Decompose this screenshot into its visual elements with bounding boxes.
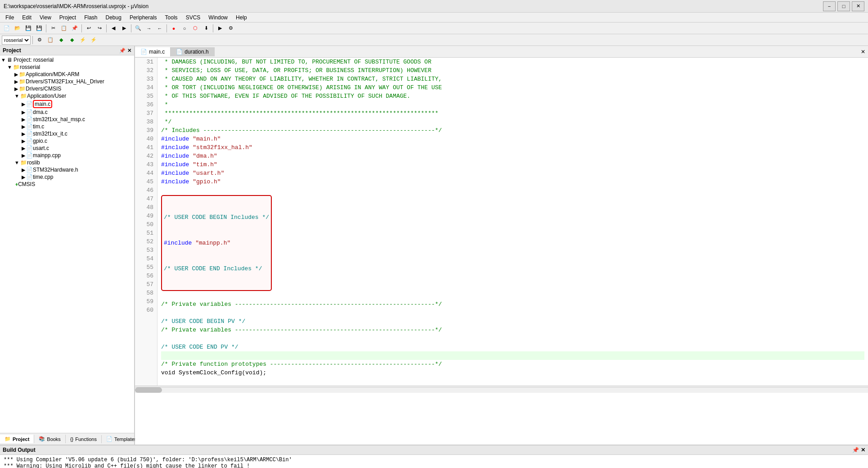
dock-icon[interactable]: 📌 (119, 48, 126, 54)
expand-icon: ▶ (22, 145, 25, 151)
line-numbers: 31 32 33 34 35 36 37 38 39 40 41 42 43 4… (135, 58, 157, 386)
indent-button[interactable]: → (144, 24, 154, 33)
tree-item-dmac[interactable]: ▶ 📄 dma.c (0, 109, 134, 116)
open-button[interactable]: 📂 (13, 24, 22, 33)
tree-item-app-user[interactable]: ▼ 📁 Application/User (0, 92, 134, 100)
menu-debug[interactable]: Debug (102, 14, 125, 22)
expand-icon: ▶ (14, 86, 18, 92)
tree-item-mainppcpp[interactable]: ▶ 📄 mainpp.cpp (0, 152, 134, 159)
tb2-btn3[interactable]: ⚡ (78, 36, 88, 45)
options-button[interactable]: ⚙ (226, 24, 236, 33)
project-panel-title: Project (3, 47, 21, 54)
code-line-55 (161, 334, 864, 343)
code-line-49: /* USER CODE END Includes */ (164, 264, 269, 273)
file-icon: 📄 (26, 109, 33, 115)
outdent-button[interactable]: ← (155, 24, 165, 33)
close-panel-icon[interactable]: ✕ (127, 48, 131, 54)
tree-item-project[interactable]: ▼ 🖥 Project: rosserial (0, 56, 134, 64)
stop-button[interactable]: ⬡ (190, 24, 200, 33)
rebuild-button[interactable]: ○ (180, 24, 189, 33)
line-num-54: 54 (139, 254, 153, 263)
redo-button[interactable]: ↪ (94, 24, 104, 33)
code-line-48: #include "mainpp.h" (164, 239, 269, 247)
tree-item-rosserial[interactable]: ▼ 📁 rosserial (0, 64, 134, 71)
nav-fwd-button[interactable]: ▶ (119, 24, 129, 33)
file-icon: 📄 (26, 101, 33, 107)
download-button[interactable]: ⬇ (201, 24, 211, 33)
copy-button[interactable]: 📋 (59, 24, 69, 33)
editor-hscrollbar[interactable] (135, 386, 868, 393)
undo-button[interactable]: ↩ (84, 24, 94, 33)
tree-item-drivers-stm32[interactable]: ▶ 📁 Drivers/STM32F1xx_HAL_Driver (0, 78, 134, 85)
menu-view[interactable]: View (36, 14, 55, 22)
menu-tools[interactable]: Tools (162, 14, 181, 22)
ptab-functions[interactable]: {} Functions (66, 435, 102, 443)
tree-item-app-mdk[interactable]: ▶ 📁 Application/MDK-ARM (0, 71, 134, 78)
save-all-button[interactable]: 💾 (34, 24, 44, 33)
line-num-38: 38 (139, 118, 153, 126)
file-icon: 📄 (26, 145, 33, 151)
menu-svcs[interactable]: SVCS (182, 14, 204, 22)
expand-icon: ▼ (7, 64, 12, 70)
tb2-btn2[interactable]: 📋 (45, 36, 55, 45)
separator2 (81, 24, 82, 32)
editor-tabs: 📄 main.c 📄 duration.h (135, 47, 215, 56)
tb2-btn1[interactable]: ⚙ (35, 36, 45, 45)
tb2-green2[interactable]: ◆ (67, 36, 77, 45)
tb2-btn4[interactable]: ⚡ (89, 36, 99, 45)
tb2-green1[interactable]: ◆ (56, 36, 66, 45)
code-line-31: * DAMAGES (INCLUDING, BUT NOT LIMITED TO… (161, 58, 864, 66)
tree-item-itc[interactable]: ▶ 📄 stm32f1xx_it.c (0, 130, 134, 137)
menu-window[interactable]: Window (205, 14, 231, 22)
tree-item-label: stm32f1xx_hal_msp.c (33, 116, 85, 123)
toolbar2: rosserial ⚙ 📋 ◆ ◆ ⚡ ⚡ (0, 34, 868, 46)
tree-item-gpioc[interactable]: ▶ 📄 gpio.c (0, 137, 134, 145)
tab-close-btn[interactable]: ✕ (861, 49, 868, 55)
ptab-project[interactable]: 📁 Project (0, 435, 34, 443)
code-line-40: #include "main.h" (161, 135, 864, 143)
tab-mainc[interactable]: 📄 main.c (135, 47, 171, 57)
line-num-40: 40 (139, 135, 153, 143)
find-button[interactable]: 🔍 (133, 24, 143, 33)
close-button[interactable]: ✕ (852, 1, 864, 11)
build-pin-icon[interactable]: 📌 (852, 447, 859, 453)
menu-flash[interactable]: Flash (81, 14, 101, 22)
tree-item-roslib[interactable]: ▼ 📁 roslib (0, 159, 134, 166)
tree-item-mainc[interactable]: ▶ 📄 main.c (0, 100, 134, 109)
tree-item-cmsis[interactable]: ♦ CMSIS (0, 181, 134, 188)
ptab-books[interactable]: 📚 Books (34, 435, 66, 443)
tab-durationh[interactable]: 📄 duration.h (171, 47, 214, 56)
line-num-60: 60 (139, 306, 153, 314)
paste-button[interactable]: 📌 (70, 24, 80, 33)
menu-help[interactable]: Help (232, 14, 251, 22)
expand-icon: ▶ (22, 153, 25, 159)
tree-item-usartc[interactable]: ▶ 📄 usart.c (0, 145, 134, 152)
project-panel: Project 📌 ✕ ▼ 🖥 Project: rosserial ▼ 📁 r… (0, 46, 135, 445)
line-num-33: 33 (139, 75, 153, 83)
new-file-button[interactable]: 📄 (2, 24, 12, 33)
debug-start-button[interactable]: ▶ (215, 24, 225, 33)
maximize-button[interactable]: □ (837, 1, 850, 11)
save-button[interactable]: 💾 (23, 24, 33, 33)
menu-edit[interactable]: Edit (18, 14, 35, 22)
nav-back-button[interactable]: ◀ (108, 24, 118, 33)
code-editor[interactable]: 31 32 33 34 35 36 37 38 39 40 41 42 43 4… (135, 58, 868, 445)
separator6 (213, 24, 213, 32)
menu-bar: File Edit View Project Flash Debug Perip… (0, 13, 868, 23)
tree-item-halmspc[interactable]: ▶ 📄 stm32f1xx_hal_msp.c (0, 116, 134, 123)
target-dropdown[interactable]: rosserial (2, 36, 31, 45)
cut-button[interactable]: ✂ (48, 24, 58, 33)
menu-file[interactable]: File (2, 14, 18, 22)
tree-item-timc[interactable]: ▶ 📄 tim.c (0, 123, 134, 130)
menu-project[interactable]: Project (56, 14, 80, 22)
line-num-34: 34 (139, 83, 153, 92)
build-close-icon[interactable]: ✕ (861, 447, 865, 453)
tree-item-drivers-cmsis[interactable]: ▶ 📁 Drivers/CMSIS (0, 85, 134, 92)
build-button[interactable]: ● (169, 24, 179, 33)
minimize-button[interactable]: − (823, 1, 836, 11)
menu-peripherals[interactable]: Peripherals (126, 14, 161, 22)
code-line-34: * OR TORT (INCLUDING NEGLIGENCE OR OTHER… (161, 83, 864, 92)
tree-item-stm32hw[interactable]: ▶ 📄 STM32Hardware.h (0, 166, 134, 173)
tree-item-timecpp[interactable]: ▶ 📄 time.cpp (0, 173, 134, 181)
tree-item-label: Application/User (27, 93, 66, 99)
